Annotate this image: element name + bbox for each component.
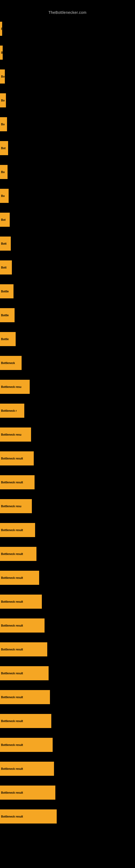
bar-row: Bottleneck result <box>0 733 135 757</box>
bars-wrapper: BBBoBoBoBotBoBoBotBottBottBottleBottleBo… <box>0 17 135 828</box>
bar-label: Bottleneck result <box>1 791 23 794</box>
bar: Bo <box>0 117 7 131</box>
bar: Bottleneck r <box>0 404 24 418</box>
bar-row: Bottleneck result <box>0 757 135 781</box>
bar-label: Bottleneck r <box>1 409 17 412</box>
bar: Bottleneck result <box>0 452 34 465</box>
bar: Bottleneck result <box>0 738 53 752</box>
bar-row: Bottleneck resu <box>0 494 135 518</box>
bar-row: Bottle <box>0 327 135 351</box>
bar: Bottleneck result <box>0 690 50 704</box>
bar: Bottleneck result <box>0 523 35 537</box>
bar: Bottleneck result <box>0 809 57 824</box>
bar-label: Bottleneck result <box>1 767 23 770</box>
bar-label: Bottle <box>1 338 9 341</box>
bar-row: Bottleneck result <box>0 685 135 709</box>
bar: Bottleneck result <box>0 714 51 728</box>
bar: Bottleneck <box>0 356 21 370</box>
bar: Bottleneck resu <box>0 428 31 442</box>
chart-container: TheBottlenecker.com BBBoBoBoBotBoBoBotBo… <box>0 0 135 868</box>
bar-label: Bot <box>1 218 6 221</box>
bar-row: Bottleneck resu <box>0 375 135 399</box>
bar: B <box>0 22 2 36</box>
bar-row: Bottleneck result <box>0 542 135 566</box>
bar-label: Bottleneck result <box>1 529 23 532</box>
bar: Bottle <box>0 332 16 346</box>
bar-row: B <box>0 41 135 65</box>
bar-label: Bottleneck result <box>1 577 23 579</box>
bar-row: Bottleneck r <box>0 399 135 423</box>
bar: Bottleneck result <box>0 666 49 680</box>
bar-row: Bott <box>0 255 135 279</box>
bar-row: Bottle <box>0 279 135 303</box>
bar: Bottleneck resu <box>0 380 30 394</box>
bar-row: Bottleneck result <box>0 470 135 494</box>
bar: Bottleneck result <box>0 618 45 632</box>
bar-row: Bottleneck result <box>0 614 135 638</box>
bar-row: Bot <box>0 208 135 231</box>
bar: Bottleneck resu <box>0 499 32 513</box>
bar: Bot <box>0 141 8 155</box>
bar: Bott <box>0 260 12 275</box>
bar-row: Bottleneck result <box>0 781 135 805</box>
bar-row: Bottleneck result <box>0 709 135 733</box>
bar-label: Bo <box>1 194 5 197</box>
site-title: TheBottlenecker.com <box>0 8 135 17</box>
bar-label: Bot <box>1 147 6 150</box>
bar-row: Bot <box>0 136 135 160</box>
bar-row: Bottleneck result <box>0 446 135 470</box>
bar-label: Bottle <box>1 314 9 317</box>
bar-row: Bottleneck resu <box>0 423 135 446</box>
bar-label: Bo <box>1 170 5 174</box>
bar-row: Bo <box>0 65 135 88</box>
bar-label: Bottleneck resu <box>1 385 21 389</box>
bar-label: Bottleneck result <box>1 553 23 556</box>
bar-row: Bottleneck result <box>0 518 135 542</box>
bar-row: Bottle <box>0 303 135 327</box>
bar: Bottleneck result <box>0 595 42 609</box>
bar-row: Bottleneck result <box>0 805 135 828</box>
bar-label: Bottleneck result <box>1 624 23 627</box>
bar: Bottleneck result <box>0 547 37 561</box>
bar-label: Bottleneck result <box>1 672 23 675</box>
bar: Bottleneck result <box>0 762 54 776</box>
bar: Bo <box>0 189 9 203</box>
bar: Bottleneck result <box>0 571 39 585</box>
bar-row: Bottleneck result <box>0 638 135 661</box>
bar-label: B <box>1 51 3 54</box>
bar-row: Bo <box>0 160 135 184</box>
bar-label: Bottleneck result <box>1 457 23 460</box>
bar-label: Bottleneck result <box>1 744 23 746</box>
bar-row: Bottleneck result <box>0 661 135 685</box>
bar: Bottleneck result <box>0 785 55 800</box>
bar: B <box>0 45 3 60</box>
bar-label: Bottleneck result <box>1 815 23 818</box>
bar: Bo <box>0 93 6 107</box>
bar-label: B <box>1 27 2 30</box>
bar-label: Bottleneck <box>1 362 15 365</box>
bar: Bottle <box>0 308 14 322</box>
bar-row: Bo <box>0 184 135 208</box>
bar: Bottleneck result <box>0 475 35 489</box>
bar-label: Bott <box>1 266 6 269</box>
bar-label: Bott <box>1 242 6 245</box>
bar: Bo <box>0 165 8 179</box>
bar-row: Bottleneck <box>0 351 135 375</box>
bar-label: Bottleneck resu <box>1 433 21 436</box>
bar-row: Bo <box>0 112 135 136</box>
bar: Bottle <box>0 284 13 299</box>
bar: Bott <box>0 237 11 251</box>
bar-row: Bottleneck result <box>0 566 135 590</box>
bar-row: B <box>0 17 135 41</box>
bar-label: Bo <box>1 99 5 102</box>
bar-label: Bottleneck result <box>1 720 23 723</box>
bar-row: Bott <box>0 231 135 255</box>
bar-label: Bottleneck result <box>1 481 23 484</box>
bar-label: Bottleneck resu <box>1 505 21 508</box>
bar: Bo <box>0 69 5 84</box>
bar-label: Bo <box>1 123 5 126</box>
bar-row: Bo <box>0 88 135 112</box>
bar-label: Bottleneck result <box>1 648 23 651</box>
bar: Bot <box>0 213 10 227</box>
bar: Bottleneck result <box>0 642 47 656</box>
